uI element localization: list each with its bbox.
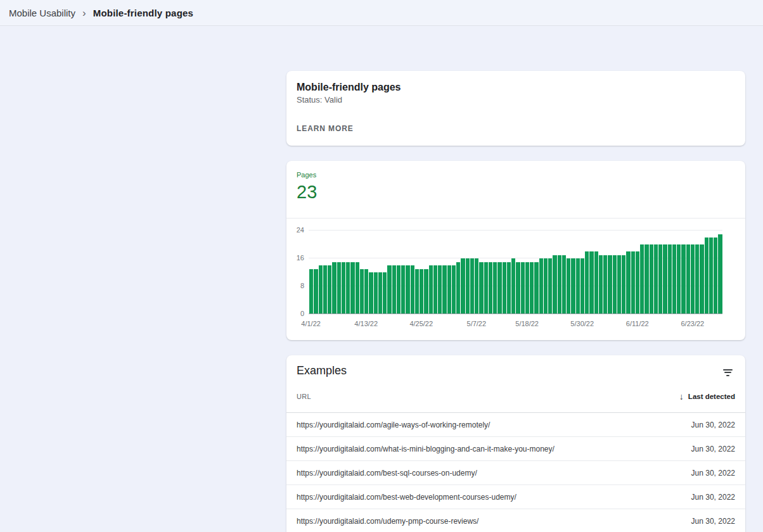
chart-bar bbox=[452, 265, 456, 314]
chart-bar bbox=[521, 262, 525, 315]
chart-bar bbox=[589, 251, 593, 314]
table-row[interactable]: https://yourdigitalaid.com/what-is-mini-… bbox=[286, 437, 745, 461]
chart-bar bbox=[603, 255, 607, 315]
chart-bar bbox=[650, 244, 653, 314]
x-axis-tick-label: 5/30/22 bbox=[570, 320, 594, 327]
breadcrumb-section-link[interactable]: Mobile Usability bbox=[9, 8, 75, 18]
chart-bar bbox=[695, 244, 699, 314]
top-bar: Mobile Usability › Mobile-friendly pages bbox=[0, 0, 763, 26]
chart-plot: 081624 bbox=[309, 231, 722, 314]
filter-icon[interactable] bbox=[721, 365, 735, 380]
chart-bar bbox=[309, 269, 313, 315]
chart-bar bbox=[672, 244, 676, 314]
chart-bar bbox=[429, 265, 433, 314]
chart-bar bbox=[479, 262, 483, 315]
chart-bar bbox=[461, 258, 465, 314]
breadcrumb-current-page: Mobile-friendly pages bbox=[93, 8, 193, 18]
chart-bar bbox=[350, 262, 354, 315]
chart-bar bbox=[364, 269, 368, 315]
x-axis-tick-label: 4/13/22 bbox=[354, 320, 378, 327]
breadcrumb: Mobile Usability › Mobile-friendly pages bbox=[9, 8, 193, 18]
chart-bar bbox=[332, 262, 336, 315]
divider bbox=[286, 218, 745, 218]
chart-bar bbox=[709, 238, 713, 314]
pages-metric-label: Pages bbox=[297, 171, 735, 179]
chevron-right-icon: › bbox=[82, 8, 86, 18]
chart-bar bbox=[644, 244, 648, 314]
last-detected-column-header: Last detected bbox=[688, 393, 735, 400]
chart-bar bbox=[718, 234, 722, 315]
x-axis-tick-label: 4/1/22 bbox=[301, 320, 321, 327]
chart-bar bbox=[424, 269, 428, 315]
chart-bar bbox=[668, 244, 672, 314]
chart-bar bbox=[411, 265, 414, 314]
report-content: Mobile-friendly pages Status: Valid LEAR… bbox=[286, 71, 745, 532]
chart-bar bbox=[323, 265, 327, 314]
chart-bar bbox=[397, 265, 401, 314]
chart-bar bbox=[328, 265, 331, 314]
x-axis-tick-label: 5/7/22 bbox=[467, 320, 487, 327]
x-axis-tick-label: 4/25/22 bbox=[409, 320, 433, 327]
chart-bar bbox=[548, 258, 552, 314]
chart-bar bbox=[406, 265, 409, 314]
chart-bar bbox=[516, 262, 520, 315]
table-row[interactable]: https://yourdigitalaid.com/best-web-deve… bbox=[286, 485, 745, 509]
row-url: https://yourdigitalaid.com/best-web-deve… bbox=[297, 493, 516, 502]
chart-bar bbox=[470, 258, 474, 314]
table-row[interactable]: https://yourdigitalaid.com/best-sql-cour… bbox=[286, 461, 745, 485]
chart-bar bbox=[594, 251, 598, 314]
chart-bar bbox=[507, 262, 511, 315]
chart-bar bbox=[466, 258, 470, 314]
chart-bars bbox=[309, 231, 722, 314]
status-value: Status: Valid bbox=[297, 95, 735, 105]
chart-bar bbox=[544, 258, 548, 314]
chart-bar bbox=[539, 258, 543, 314]
chart-card: Pages 23 081624 4/1/224/13/224/25/225/7/… bbox=[286, 161, 745, 340]
chart-bar bbox=[691, 244, 695, 314]
row-last-detected: Jun 30, 2022 bbox=[691, 493, 735, 502]
status-card: Mobile-friendly pages Status: Valid LEAR… bbox=[286, 71, 745, 146]
chart-bar bbox=[497, 262, 501, 315]
chart-bar bbox=[608, 255, 612, 315]
chart-bar bbox=[438, 265, 442, 314]
learn-more-button[interactable]: LEARN MORE bbox=[297, 124, 354, 133]
chart-bar bbox=[493, 262, 497, 315]
chart-bar bbox=[484, 262, 488, 315]
x-axis-tick-label: 6/11/22 bbox=[626, 320, 649, 327]
chart-bar bbox=[636, 251, 639, 314]
chart-bar bbox=[677, 244, 681, 314]
examples-table-header: URL ↓ Last detected bbox=[286, 380, 745, 413]
chart-bar bbox=[378, 272, 382, 314]
chart-bar bbox=[420, 269, 423, 315]
chart-bar bbox=[580, 258, 584, 314]
chart-bar bbox=[442, 265, 446, 314]
chart-bar bbox=[714, 238, 717, 314]
chart-bar bbox=[475, 258, 478, 314]
chart-bar bbox=[663, 244, 667, 314]
chart-bar bbox=[530, 262, 534, 315]
chart-bar bbox=[567, 258, 570, 314]
chart-bar bbox=[456, 262, 460, 315]
chart-bar bbox=[640, 244, 644, 314]
chart-bar bbox=[511, 258, 515, 314]
chart-bar bbox=[392, 265, 396, 314]
chart-bar bbox=[700, 244, 703, 314]
chart-bar bbox=[489, 262, 492, 315]
y-axis-tick-label: 24 bbox=[297, 226, 304, 234]
chart-bar bbox=[617, 255, 621, 315]
last-detected-sort-header[interactable]: ↓ Last detected bbox=[679, 392, 735, 401]
chart-bar bbox=[503, 262, 506, 315]
chart-bar bbox=[658, 244, 662, 314]
chart-bar bbox=[319, 265, 323, 314]
y-axis-tick-label: 8 bbox=[300, 282, 304, 289]
row-last-detected: Jun 30, 2022 bbox=[691, 517, 735, 526]
table-row[interactable]: https://yourdigitalaid.com/udemy-pmp-cou… bbox=[286, 509, 745, 532]
table-row[interactable]: https://yourdigitalaid.com/agile-ways-of… bbox=[286, 413, 745, 437]
x-axis-tick-label: 6/23/22 bbox=[681, 320, 704, 327]
chart-bar bbox=[626, 251, 630, 314]
chart-bar bbox=[562, 255, 566, 315]
chart-bar bbox=[525, 262, 529, 315]
chart-bar bbox=[534, 262, 538, 315]
row-last-detected: Jun 30, 2022 bbox=[691, 445, 735, 453]
chart-bar bbox=[686, 244, 690, 314]
